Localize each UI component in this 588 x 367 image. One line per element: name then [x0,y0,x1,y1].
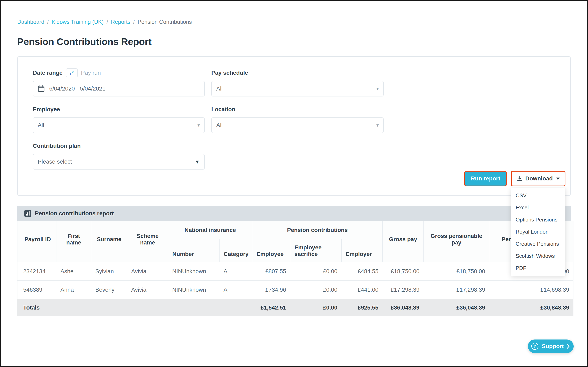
download-icon [517,175,523,182]
contribution-plan-label: Contribution plan [33,143,81,149]
caret-down-icon: ▾ [376,123,379,128]
totals-row: Totals £1,542.51 £0.00 £925.55 £36,048.3… [17,299,573,316]
employee-select[interactable]: All ▾ [33,117,205,133]
download-menu-item-royal-london[interactable]: Royal London [511,226,565,238]
page-content: Dashboard / Kidows Training (UK) / Repor… [1,1,587,316]
totals-employee-sacrifice: £0.00 [290,299,342,316]
cell-ni-number: NINUnknown [168,262,220,281]
download-menu-item-scottish-widows[interactable]: Scottish Widows [511,250,565,262]
pay-schedule-field: Pay schedule All ▾ [211,68,384,96]
calendar-icon [38,85,45,92]
download-menu-item-pdf[interactable]: PDF [511,262,565,274]
support-button-label: Support [542,343,564,350]
breadcrumb: Dashboard / Kidows Training (UK) / Repor… [17,19,571,25]
cell-surname: Beverly [91,281,127,299]
col-header-ni-number: Number [168,239,220,262]
download-menu-item-excel[interactable]: Excel [511,201,565,214]
download-menu-item-csv[interactable]: CSV [511,190,565,201]
col-header-gross-pensionable-pay: Gross pensionable pay [424,221,489,262]
cell-payroll-id: 2342134 [17,262,57,281]
cell-scheme-name: Avivia [127,262,168,281]
col-header-ni-category: Category [220,239,252,262]
col-header-payroll-id: Payroll ID [17,221,57,262]
cell-employee-sacrifice: £0.00 [290,281,342,299]
totals-label: Totals [17,299,252,316]
pay-run-label: Pay run [81,70,101,76]
totals-employer: £925.55 [342,299,383,316]
totals-gross-pay: £36,048.39 [383,299,424,316]
cell-employer: £484.55 [342,262,383,281]
totals-gross-pensionable-pay: £36,048.39 [424,299,489,316]
pay-schedule-label: Pay schedule [211,70,248,76]
cell-pensionable-earnings: £14,698.39 [489,281,573,299]
pay-schedule-select[interactable]: All ▾ [211,81,384,96]
report-section: Pension contributions report Payroll ID … [17,206,571,316]
date-range-field: Date range Pay run [33,68,205,96]
support-button[interactable]: ? Support [528,340,574,353]
chevron-right-icon [567,344,570,349]
cell-ni-number: NINUnknown [168,281,220,299]
bar-chart-icon [24,210,31,217]
cell-gross-pensionable-pay: £18,750.00 [424,262,489,281]
table-row: 546389 Anna Beverly Avivia NINUnknown A … [17,281,573,299]
date-payrun-toggle-button[interactable] [66,68,78,77]
cell-gross-pensionable-pay: £17,298.39 [424,281,489,299]
date-range-input-wrap [33,81,205,96]
breadcrumb-separator: / [106,19,108,25]
caret-down-icon: ▼ [195,159,200,165]
swap-arrows-icon [68,70,76,76]
breadcrumb-business[interactable]: Kidows Training (UK) [52,19,104,25]
caret-down-icon: ▾ [376,86,379,92]
cell-payroll-id: 546389 [17,281,57,299]
cell-gross-pay: £18,750.00 [383,262,424,281]
date-range-input[interactable] [49,85,200,92]
cell-first-name: Anna [57,281,91,299]
download-menu-item-creative-pensions[interactable]: Creative Pensions [511,238,565,250]
contribution-plan-value: Please select [38,158,72,165]
cell-first-name: Ashe [57,262,91,281]
caret-down-icon [556,177,560,180]
report-title: Pension contributions report [35,210,114,217]
breadcrumb-reports[interactable]: Reports [111,19,131,25]
run-report-button[interactable]: Run report [464,171,507,186]
employee-field: Employee All ▾ [33,105,205,133]
cell-ni-category: A [220,281,252,299]
cell-gross-pay: £17,298.39 [383,281,424,299]
group-header-pension-contributions: Pension contributions [252,221,383,239]
cell-scheme-name: Avivia [127,281,168,299]
breadcrumb-separator: / [47,19,49,25]
pension-report-table: Payroll ID First name Surname Scheme nam… [17,221,573,316]
contribution-plan-select[interactable]: Please select ▼ [33,154,205,169]
location-select[interactable]: All ▾ [211,117,384,133]
totals-pensionable-earnings: £30,848.39 [489,299,573,316]
contribution-plan-field: Contribution plan Please select ▼ [33,141,205,169]
download-button[interactable]: Download [511,171,565,186]
col-header-gross-pay: Gross pay [383,221,424,262]
download-menu-item-options-pensions[interactable]: Options Pensions [511,214,565,226]
question-icon: ? [531,342,539,350]
cell-employer: £441.00 [342,281,383,299]
report-titlebar: Pension contributions report [17,206,571,221]
caret-down-icon: ▾ [197,123,200,128]
employee-value: All [38,122,44,128]
col-header-employer: Employer [342,239,383,262]
col-header-first-name: First name [57,221,91,262]
location-value: All [216,122,223,128]
breadcrumb-separator: / [133,19,135,25]
breadcrumb-current: Pension Contributions [138,19,192,25]
filter-actions: Run report Download [33,171,565,186]
download-menu: CSV Excel Options Pensions Royal London … [511,188,565,276]
app-frame: Dashboard / Kidows Training (UK) / Repor… [0,0,588,367]
table-row: 2342134 Ashe Sylvian Avivia NINUnknown A… [17,262,573,281]
breadcrumb-dashboard[interactable]: Dashboard [17,19,44,25]
pay-schedule-value: All [216,85,223,92]
group-header-national-insurance: National insurance [168,221,252,239]
totals-employee: £1,542.51 [252,299,290,316]
page-title: Pension Contributions Report [17,36,571,47]
cell-surname: Sylvian [91,262,127,281]
filter-panel: Date range Pay run [17,56,571,196]
svg-text:?: ? [533,344,536,349]
cell-ni-category: A [220,262,252,281]
col-header-employee-sacrifice: Employee sacrifice [290,239,342,262]
download-button-label: Download [525,175,553,182]
